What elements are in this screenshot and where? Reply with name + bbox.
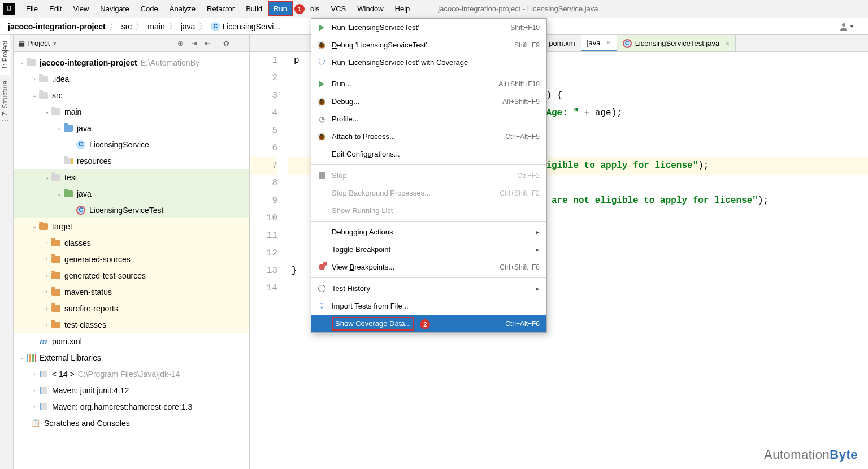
close-icon[interactable]: ×	[606, 38, 610, 47]
tree-item-resources[interactable]: resources	[14, 153, 249, 169]
clock-icon	[316, 283, 327, 294]
menu-item-stop: StopCtrl+F2	[311, 167, 546, 184]
bug-icon: 🐞	[316, 40, 327, 51]
menu-navigate[interactable]: Navigate	[94, 1, 134, 16]
editor-tab[interactable]: CLicensingServiceTest.java×	[617, 35, 736, 51]
project-title[interactable]: Project	[27, 39, 50, 47]
menu-item-toggle-breakpoint[interactable]: Toggle Breakpoint▸	[311, 241, 546, 258]
menu-item-profile-[interactable]: ◔Profile...	[311, 110, 546, 128]
project-tool-window: ▤ Project ▼ ⊕ ⇥ ⇤ ✿ — ⌄jacoco-integratio…	[14, 35, 250, 469]
tree-item-licensingservicetest[interactable]: CLicensingServiceTest	[14, 202, 249, 218]
tree-item-classes[interactable]: ›classes	[14, 234, 249, 251]
line-number: 11	[250, 227, 277, 245]
user-icon	[839, 22, 848, 31]
line-number: 12	[250, 245, 277, 262]
tree-external-libraries[interactable]: ⌄External Libraries	[14, 349, 249, 366]
menu-help[interactable]: Help	[389, 1, 416, 16]
menu-item-test-history[interactable]: Test History▸	[311, 280, 546, 297]
project-tree[interactable]: ⌄jacoco-integration-project E:\Automatio…	[14, 52, 249, 469]
menu-file[interactable]: File	[20, 1, 44, 16]
tree-lib[interactable]: ›< 14 > C:\Program Files\Java\jdk-14	[14, 366, 249, 382]
tree-item-target[interactable]: ⌄target	[14, 218, 249, 234]
menu-item-attach-to-process-[interactable]: 🐞Attach to Process...Ctrl+Alt+F5	[311, 128, 546, 145]
stop-icon	[316, 170, 327, 181]
line-number: 13	[250, 262, 277, 280]
profile-icon: ◔	[316, 114, 327, 125]
menu-vcs[interactable]: VCS	[326, 1, 352, 16]
tree-item-surefire-reports[interactable]: ›surefire-reports	[14, 300, 249, 316]
project-header: ▤ Project ▼ ⊕ ⇥ ⇤ ✿ —	[14, 35, 249, 52]
line-number: 1	[250, 52, 277, 70]
menu-edit[interactable]: Edit	[44, 1, 67, 16]
expand-all-icon[interactable]: ⇥	[189, 38, 199, 49]
menu-item-debugging-actions[interactable]: Debugging Actions▸	[311, 223, 546, 241]
breadcrumb-1[interactable]: src	[121, 22, 132, 31]
collapse-all-icon[interactable]: ⇤	[202, 38, 212, 49]
line-number: 5	[250, 122, 277, 140]
tree-item-generated-sources[interactable]: ›generated-sources	[14, 251, 249, 267]
menu-item-view-breakpoints-[interactable]: View Breakpoints...Ctrl+Shift+F8	[311, 258, 546, 276]
tree-root[interactable]: ⌄jacoco-integration-project E:\Automatio…	[14, 54, 249, 71]
locate-icon[interactable]: ⊕	[175, 38, 185, 49]
menu-item-run-licensingservicetest-with-coverage[interactable]: 🛡Run 'LicensingServiceTest' with Coverag…	[311, 54, 546, 71]
tree-item-maven-status[interactable]: ›maven-status	[14, 284, 249, 300]
blank-icon	[316, 318, 327, 329]
bug-icon: 🐞	[316, 96, 327, 107]
line-number: 6	[250, 140, 277, 157]
menu-item-debug-licensingservicetest-[interactable]: 🐞Debug 'LicensingServiceTest'Shift+F9	[311, 36, 546, 54]
line-number: 9	[250, 192, 277, 210]
menu-code[interactable]: Code	[135, 1, 164, 16]
menu-analyze[interactable]: Analyze	[164, 1, 201, 16]
tree-item-java[interactable]: ⌄java	[14, 120, 249, 136]
play-icon	[316, 22, 327, 33]
app-icon: IJ	[3, 3, 15, 15]
line-number: 3	[250, 87, 277, 105]
editor-tab[interactable]: java×	[581, 35, 617, 51]
hide-icon[interactable]: —	[235, 38, 245, 49]
tree-item-java[interactable]: ⌄java	[14, 185, 249, 202]
tree-item-test[interactable]: ⌄test	[14, 169, 249, 185]
menu-window[interactable]: Window	[351, 1, 389, 16]
tree-lib[interactable]: ›Maven: org.hamcrest:hamcrest-core:1.3	[14, 398, 249, 415]
svg-point-0	[842, 23, 845, 27]
menu-item-run-licensingservicetest-[interactable]: Run 'LicensingServiceTest'Shift+F10	[311, 19, 546, 36]
menu-run[interactable]: Run	[268, 1, 293, 16]
menu-refactor[interactable]: Refactor	[201, 1, 240, 16]
menu-item-edit-configurations-[interactable]: Edit Configurations...	[311, 145, 546, 163]
tree-item-main[interactable]: ⌄main	[14, 103, 249, 120]
blank-icon	[316, 149, 327, 160]
settings-icon[interactable]: ✿	[221, 38, 231, 49]
tree-item-src[interactable]: ⌄src	[14, 87, 249, 103]
window-title: jacoco-integration-project - LicensingSe…	[438, 5, 598, 13]
line-number: 8	[250, 175, 277, 192]
tree-item-generated-test-sources[interactable]: ›generated-test-sources	[14, 267, 249, 284]
rail-tab-project[interactable]: 1: Project	[0, 35, 10, 75]
watermark: AutomationByte	[764, 448, 858, 462]
tree-scratches[interactable]: 📋Scratches and Consoles	[14, 415, 249, 431]
blank-icon	[316, 188, 327, 199]
menu-item-debug-[interactable]: 🐞Debug...Alt+Shift+F9	[311, 93, 546, 110]
menu-tools[interactable]: ols	[305, 1, 326, 16]
rail-tab-structure[interactable]: ⋮ 7: Structure	[0, 75, 10, 130]
tree-item-pom-xml[interactable]: mpom.xml	[14, 333, 249, 349]
menu-item-run-[interactable]: Run...Alt+Shift+F10	[311, 75, 546, 93]
project-view-icon: ▤	[18, 39, 25, 47]
tree-item--idea[interactable]: ›.idea	[14, 71, 249, 87]
close-icon[interactable]: ×	[725, 39, 730, 48]
menu-bar: IJ FileEditViewNavigateCodeAnalyzeRefact…	[0, 0, 868, 18]
tree-item-test-classes[interactable]: ›test-classes	[14, 316, 249, 333]
menu-item-import-tests-from-file-[interactable]: ↧Import Tests from File...	[311, 297, 546, 315]
menu-item-stop-background-processes-: Stop Background Processes...Ctrl+Shift+F…	[311, 184, 546, 202]
menu-build[interactable]: Build	[240, 1, 268, 16]
user-dropdown[interactable]: ▼	[839, 22, 854, 31]
breadcrumb-2[interactable]: main	[147, 22, 164, 31]
tree-item-licensingservice[interactable]: CLicensingService	[14, 136, 249, 153]
breadcrumb-0[interactable]: jacoco-integration-project	[8, 22, 106, 31]
coverage-icon: 🛡	[316, 57, 327, 68]
menu-view[interactable]: View	[67, 1, 94, 16]
breadcrumb-3[interactable]: java	[181, 22, 196, 31]
tree-lib[interactable]: ›Maven: junit:junit:4.12	[14, 382, 249, 398]
breadcrumb-4[interactable]: CLicensingServi...	[211, 22, 280, 31]
run-menu-dropdown: Run 'LicensingServiceTest'Shift+F10🐞Debu…	[311, 18, 547, 333]
menu-item-show-coverage-data-[interactable]: Show Coverage Data...2Ctrl+Alt+F6	[311, 315, 546, 332]
